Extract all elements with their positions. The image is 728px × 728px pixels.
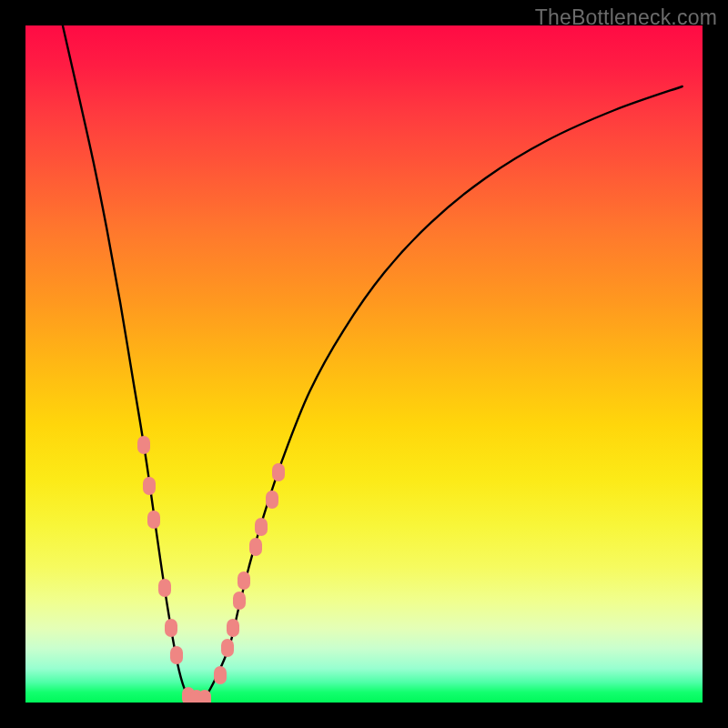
highlight-dot (227, 619, 239, 637)
highlight-dot (158, 579, 171, 597)
chart-frame: TheBottleneck.com (0, 0, 728, 728)
highlight-dot (233, 592, 246, 610)
highlight-dot (266, 490, 278, 509)
highlight-dot (170, 646, 183, 664)
highlight-dot (137, 436, 150, 454)
highlight-dot (238, 571, 250, 590)
watermark-text: TheBottleneck.com (535, 5, 717, 30)
highlight-dot (143, 477, 156, 495)
highlight-dot (221, 639, 234, 657)
highlight-dot (249, 538, 262, 556)
highlight-dot (165, 619, 177, 637)
highlight-dot (255, 518, 268, 536)
curve-svg (25, 25, 703, 703)
bottleneck-curve (63, 25, 682, 700)
highlight-dot (214, 666, 227, 684)
highlight-dot (198, 690, 211, 703)
highlight-dot (272, 463, 285, 481)
highlight-dot (147, 511, 160, 529)
plot-area (25, 25, 703, 703)
